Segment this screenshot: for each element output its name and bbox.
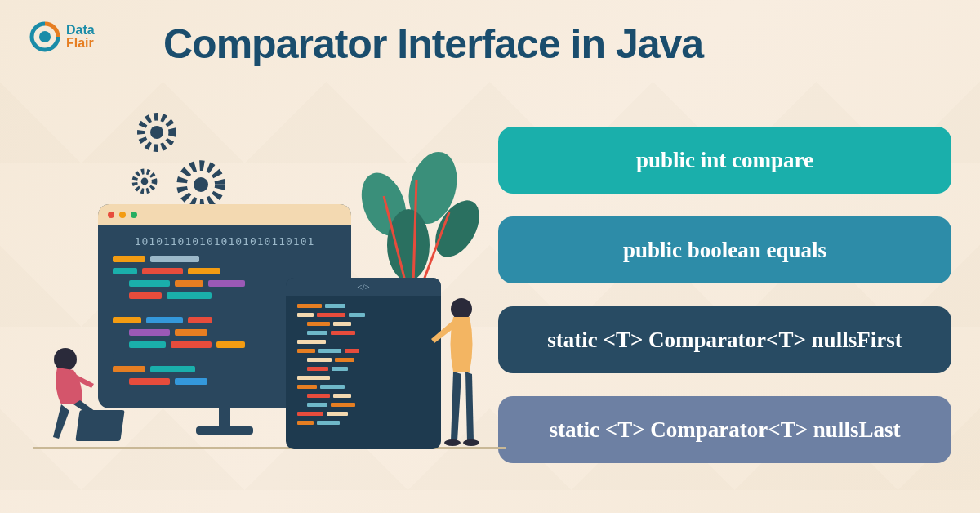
method-list: public int compare public boolean equals… bbox=[498, 127, 951, 463]
svg-point-12 bbox=[451, 298, 472, 319]
method-pill-equals: public boolean equals bbox=[498, 216, 951, 283]
gear-icon bbox=[127, 163, 163, 199]
svg-point-6 bbox=[141, 178, 149, 185]
binary-text: 1010110101010101010110101 bbox=[113, 235, 336, 248]
svg-point-2 bbox=[150, 126, 163, 139]
svg-point-11 bbox=[54, 348, 77, 371]
illustration: 1010110101010101010110101 </> bbox=[33, 114, 490, 474]
svg-point-14 bbox=[463, 439, 479, 446]
person-standing-icon bbox=[425, 294, 498, 449]
tablet-illustration: </> bbox=[286, 278, 441, 449]
method-pill-compare: public int compare bbox=[498, 127, 951, 194]
logo-text-1: Data bbox=[66, 24, 95, 37]
svg-point-10 bbox=[387, 209, 430, 281]
svg-point-13 bbox=[444, 439, 461, 446]
page-title: Comparator Interface in Java bbox=[163, 20, 703, 68]
method-pill-nullslast: static <T> Comparator<T> nullsLast bbox=[498, 396, 951, 463]
laptop-icon bbox=[75, 410, 124, 441]
gear-icon bbox=[131, 106, 183, 158]
logo: Data Flair bbox=[29, 20, 95, 53]
logo-text-2: Flair bbox=[66, 37, 95, 50]
logo-icon bbox=[29, 20, 61, 53]
tablet-header: </> bbox=[286, 278, 441, 296]
method-pill-nullsfirst: static <T> Comparator<T> nullsFirst bbox=[498, 306, 951, 373]
svg-point-4 bbox=[194, 177, 208, 192]
svg-point-0 bbox=[39, 31, 51, 42]
